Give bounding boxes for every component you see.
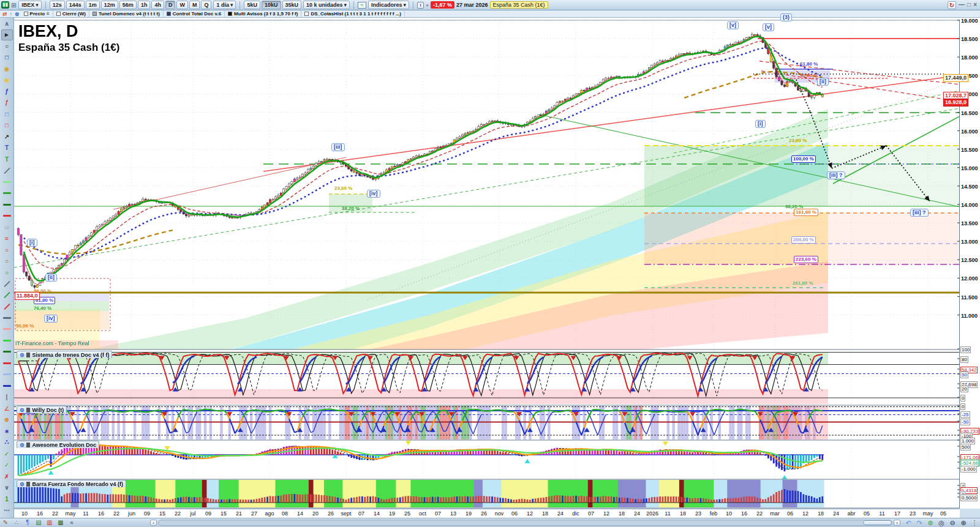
- indicator-tab-4[interactable]: Multi Avisos (3 f 3 1,5 70 f f): [225, 10, 301, 17]
- undo-icon[interactable]: ↶: [903, 519, 914, 526]
- hline-brightgreen-icon[interactable]: [1, 335, 13, 346]
- alert-icon[interactable]: ◉: [1, 75, 13, 86]
- hline-lblue-icon[interactable]: [1, 369, 13, 381]
- collapse-up-icon[interactable]: ∧: [1, 18, 13, 29]
- close-all-icon[interactable]: ⊗: [15, 11, 20, 17]
- diag-green-icon[interactable]: [1, 290, 13, 301]
- news-doc-icon[interactable]: ▤: [33, 519, 44, 526]
- burger-icon[interactable]: ≡: [47, 11, 50, 17]
- hline-lightgreen-icon[interactable]: [1, 176, 13, 188]
- timeframe-button-1h[interactable]: 1h: [138, 1, 151, 9]
- indicator-tab-2[interactable]: Tunel Domenec v4 (t t t t t): [89, 10, 164, 17]
- rect-blue-icon[interactable]: □: [1, 108, 13, 120]
- zoom-out-icon[interactable]: ⊖: [947, 519, 958, 526]
- zoom-area-icon[interactable]: □: [1, 52, 13, 64]
- timeframe-button-1m[interactable]: 1m: [86, 1, 100, 9]
- circle-plus-icon[interactable]: ⊕: [1, 414, 13, 426]
- hline-redseg-icon[interactable]: [1, 211, 13, 222]
- fib-tool-icon[interactable]: ƒ: [1, 86, 13, 97]
- symbol-dropdown[interactable]: IBEX▾: [18, 1, 42, 9]
- segment-icon[interactable]: [1, 165, 13, 177]
- hline-green-icon[interactable]: [1, 188, 13, 200]
- angle-icon[interactable]: ∠: [1, 403, 13, 414]
- comment-icon[interactable]: ¶: [22, 519, 33, 526]
- timeframe-button-12s[interactable]: 12s: [50, 1, 65, 9]
- close-icon[interactable]: ⊗: [20, 442, 24, 448]
- refresh-icon[interactable]: ↻: [948, 1, 956, 9]
- hline-dgreen2-icon[interactable]: [1, 346, 13, 358]
- check-icon[interactable]: ✓: [1, 448, 13, 460]
- unit-button-10kU[interactable]: 10kU: [262, 1, 281, 9]
- unit-button-35kU[interactable]: 35kU: [282, 1, 302, 9]
- zoom-fit-icon[interactable]: ◎: [936, 519, 947, 526]
- clipboard-icon[interactable]: 1: [1, 493, 13, 505]
- alert-add-icon[interactable]: ◉: [1, 63, 13, 75]
- compare-bars-icon[interactable]: ▥: [44, 519, 55, 526]
- collapse-left-icon[interactable]: «: [66, 519, 77, 526]
- share-icon[interactable]: ∴: [11, 519, 22, 526]
- hline-red-icon[interactable]: [1, 357, 13, 369]
- timeframe-button-12m[interactable]: 12m: [101, 1, 118, 9]
- hline-darkgreen-icon[interactable]: [1, 199, 13, 211]
- timeframe-button-144s[interactable]: 144s: [66, 1, 85, 9]
- timeframe-button-Q[interactable]: Q: [201, 1, 211, 9]
- unit-button-5kU[interactable]: 5kU: [244, 1, 260, 9]
- diag-gray-icon[interactable]: [1, 278, 13, 290]
- scrollbar-thumb[interactable]: [863, 520, 892, 525]
- cursor-icon[interactable]: ►: [1, 29, 13, 41]
- time-scrollbar[interactable]: [158, 520, 892, 526]
- draw-pencil-icon[interactable]: ✎: [0, 519, 11, 526]
- ellipse-green-icon[interactable]: ○: [1, 267, 13, 278]
- workspace-grid-icon[interactable]: ⊞: [11, 2, 17, 9]
- formula-icon[interactable]: ∴: [1, 437, 13, 449]
- timeframe-button-D[interactable]: D: [165, 1, 176, 9]
- market-label[interactable]: España 35 Cash (1€): [490, 1, 548, 9]
- collapse-down-icon[interactable]: ∨: [1, 482, 13, 494]
- panel-tab-3[interactable]: ⊗Barra Fuerza Fondo Mercado v4 (f): [17, 480, 126, 487]
- hline-gray-icon[interactable]: [1, 312, 13, 324]
- timeframe-button-M[interactable]: M: [189, 1, 200, 9]
- fib-mini-icon[interactable]: ƒ: [1, 97, 13, 109]
- numeric-icon[interactable]: ∗: [1, 425, 13, 437]
- minimize-button[interactable]: —: [959, 2, 965, 8]
- restore-button[interactable]: □: [967, 2, 971, 8]
- units-dropdown[interactable]: 10 k unidades▾: [303, 1, 350, 9]
- indicator-tab-0[interactable]: Precio≡: [21, 10, 53, 17]
- period-dropdown[interactable]: 1 día▾: [213, 1, 236, 9]
- diag-red-icon[interactable]: [1, 301, 13, 313]
- redo-icon[interactable]: ↷: [914, 519, 925, 526]
- more-icon[interactable]: ⋯: [1, 505, 13, 517]
- time-axis[interactable]: 101622may111622jun091522jul09152127ago08…: [14, 509, 960, 518]
- indicators-dropdown[interactable]: Indicadores▾: [368, 1, 409, 9]
- zoom-icon[interactable]: ○: [1, 40, 13, 52]
- settings-tool-icon[interactable]: ⊛: [925, 519, 936, 526]
- thumb-up-icon[interactable]: ✓: [1, 460, 13, 471]
- indicator-tab-5[interactable]: DS_CotasHist (1 t t t 3 1 1 t f f f f f …: [301, 10, 405, 17]
- trend-arrow-icon[interactable]: ↗: [1, 131, 13, 143]
- close-button[interactable]: ×: [973, 2, 977, 8]
- indicator-tab-1[interactable]: Cierre (W): [53, 10, 89, 17]
- text-icon[interactable]: T: [1, 143, 13, 154]
- timeframe-button-4h[interactable]: 4h: [151, 1, 164, 9]
- hline-blue-icon[interactable]: [1, 380, 13, 392]
- compare-icon[interactable]: ⇄: [2, 11, 7, 17]
- text-bubble-icon[interactable]: T: [1, 154, 13, 165]
- timeframe-button-56m[interactable]: 56m: [119, 1, 137, 9]
- ruler-icon[interactable]: ▱: [1, 222, 13, 233]
- vline-icon[interactable]: |: [1, 392, 13, 403]
- indicator-tab-3[interactable]: Control Total Doc v.6: [164, 10, 225, 17]
- add-up-icon[interactable]: ↑: [10, 11, 13, 17]
- scroll-right-button[interactable]: ›: [894, 520, 900, 526]
- panel-tab-1[interactable]: ⊗Willy Doc (t): [17, 406, 67, 413]
- axis-scale-icon[interactable]: ⋮: [969, 519, 980, 526]
- info-icon[interactable]: i: [417, 2, 424, 9]
- zoom-in-icon[interactable]: ⊕: [958, 519, 969, 526]
- rect-red-icon[interactable]: □: [1, 120, 13, 132]
- calendar-icon[interactable]: ▦: [55, 519, 66, 526]
- ellipse-brown-icon[interactable]: ○: [1, 256, 13, 267]
- zigzag-icon[interactable]: ≈: [1, 233, 13, 245]
- timeframe-button-W[interactable]: W: [176, 1, 188, 9]
- close-icon[interactable]: ⊗: [20, 407, 24, 413]
- scroll-left-button[interactable]: ‹: [150, 520, 157, 526]
- hline-pink-icon[interactable]: [1, 324, 13, 335]
